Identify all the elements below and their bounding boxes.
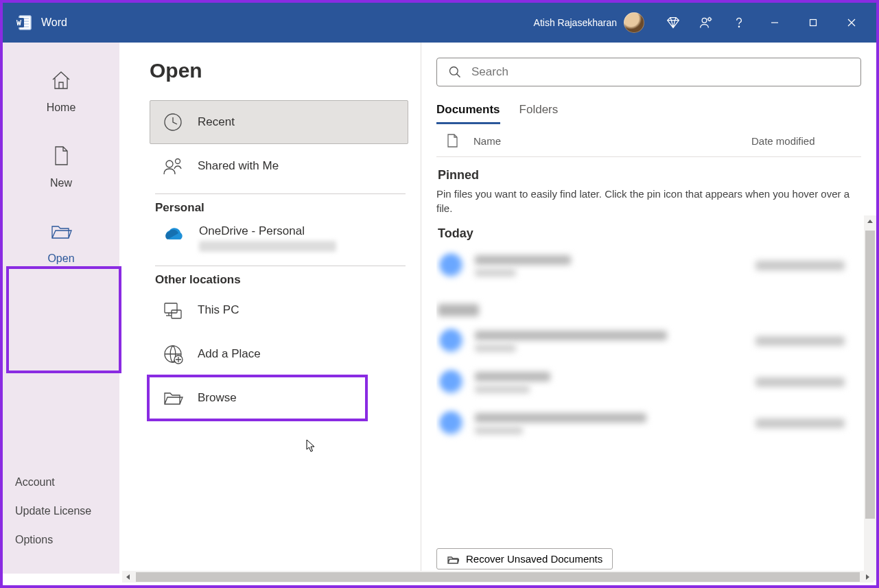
svg-rect-18 bbox=[172, 310, 181, 318]
search-input[interactable] bbox=[471, 65, 849, 79]
svg-point-15 bbox=[166, 161, 173, 167]
user-name[interactable]: Atish Rajasekharan bbox=[534, 17, 617, 28]
app-name: Word bbox=[41, 16, 67, 29]
page-title: Open bbox=[150, 59, 408, 82]
location-this-pc[interactable]: This PC bbox=[150, 288, 408, 332]
recover-unsaved-button[interactable]: Recover Unsaved Documents bbox=[436, 548, 613, 569]
column-headers: Name Date modified bbox=[436, 125, 861, 157]
file-icon-header bbox=[446, 133, 473, 148]
sidebar-item-open[interactable]: Open bbox=[3, 204, 119, 280]
location-label: Add a Place bbox=[198, 347, 261, 361]
search-box[interactable] bbox=[436, 58, 861, 86]
word-app-icon bbox=[14, 14, 33, 32]
location-label: OneDrive - Personal bbox=[199, 224, 336, 238]
sidebar-item-label: New bbox=[50, 177, 72, 189]
sidebar-item-new[interactable]: New bbox=[3, 129, 119, 204]
title-bar: Word Atish Rajasekharan bbox=[3, 3, 876, 43]
onedrive-email-blurred bbox=[199, 241, 336, 252]
column-name[interactable]: Name bbox=[473, 135, 751, 147]
file-type-icon bbox=[439, 411, 464, 436]
maximize-button[interactable] bbox=[794, 3, 832, 43]
personal-heading: Personal bbox=[155, 201, 408, 215]
scroll-left-arrow[interactable] bbox=[122, 571, 134, 583]
help-icon[interactable] bbox=[723, 3, 755, 43]
sidebar-item-home[interactable]: Home bbox=[3, 54, 119, 129]
svg-point-9 bbox=[738, 26, 739, 27]
svg-point-16 bbox=[176, 159, 180, 164]
location-shared[interactable]: Shared with Me bbox=[150, 144, 408, 188]
section-heading-blurred bbox=[438, 304, 479, 316]
scroll-thumb[interactable] bbox=[865, 231, 875, 519]
file-type-icon bbox=[439, 329, 464, 353]
svg-point-8 bbox=[708, 18, 711, 21]
location-label: Recent bbox=[198, 115, 235, 129]
file-type-icon bbox=[439, 253, 464, 278]
horizontal-scrollbar[interactable] bbox=[122, 571, 874, 583]
scroll-right-arrow[interactable] bbox=[861, 571, 874, 583]
location-label: This PC bbox=[198, 303, 239, 317]
tab-documents[interactable]: Documents bbox=[436, 99, 500, 124]
open-locations-panel: Open Recent Shared with Me Personal OneD… bbox=[119, 43, 421, 574]
svg-rect-11 bbox=[810, 20, 817, 26]
svg-point-7 bbox=[702, 18, 707, 23]
recover-label: Recover Unsaved Documents bbox=[466, 553, 602, 565]
location-label: Shared with Me bbox=[198, 159, 279, 173]
location-onedrive[interactable]: OneDrive - Personal bbox=[150, 216, 408, 260]
location-label: Browse bbox=[198, 391, 237, 405]
scroll-up-arrow[interactable] bbox=[864, 215, 876, 228]
pinned-description: Pin files you want to easily find later.… bbox=[436, 187, 861, 215]
file-type-icon bbox=[439, 370, 464, 395]
file-row[interactable] bbox=[436, 245, 861, 286]
vertical-scrollbar[interactable] bbox=[864, 215, 876, 580]
location-browse[interactable]: Browse bbox=[150, 376, 408, 420]
search-icon bbox=[448, 65, 462, 79]
sidebar-account[interactable]: Account bbox=[15, 476, 119, 489]
location-add-place[interactable]: Add a Place bbox=[150, 332, 408, 376]
pinned-heading: Pinned bbox=[438, 168, 861, 183]
backstage-sidebar: Home New Open Account Update License Opt… bbox=[3, 43, 119, 574]
sidebar-options[interactable]: Options bbox=[15, 534, 119, 546]
column-date[interactable]: Date modified bbox=[751, 135, 861, 147]
file-row[interactable] bbox=[436, 403, 861, 444]
scroll-thumb[interactable] bbox=[136, 572, 860, 582]
svg-rect-17 bbox=[165, 303, 177, 313]
close-button[interactable] bbox=[832, 3, 871, 43]
file-list-panel: Documents Folders Name Date modified Pin… bbox=[421, 43, 876, 574]
svg-line-24 bbox=[457, 74, 460, 78]
sidebar-update-license[interactable]: Update License bbox=[15, 505, 119, 517]
location-recent[interactable]: Recent bbox=[150, 100, 408, 144]
share-people-icon[interactable] bbox=[690, 3, 723, 43]
file-row[interactable] bbox=[436, 362, 861, 403]
premium-icon[interactable] bbox=[657, 3, 690, 43]
sidebar-item-label: Home bbox=[47, 102, 76, 114]
today-heading: Today bbox=[438, 226, 861, 241]
svg-point-23 bbox=[450, 67, 458, 75]
file-row[interactable] bbox=[436, 320, 861, 362]
sidebar-item-label: Open bbox=[47, 252, 74, 265]
minimize-button[interactable] bbox=[755, 3, 794, 43]
other-locations-heading: Other locations bbox=[155, 273, 408, 287]
tab-folders[interactable]: Folders bbox=[519, 99, 559, 124]
avatar[interactable] bbox=[624, 12, 644, 33]
